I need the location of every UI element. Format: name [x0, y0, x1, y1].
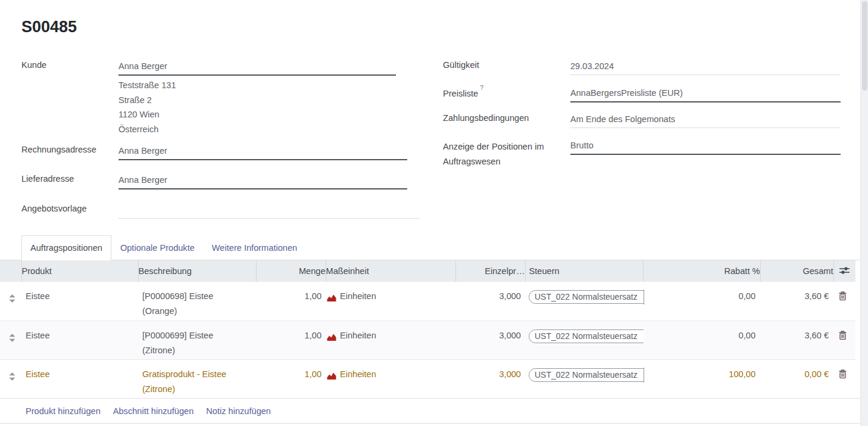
cell-beschreibung[interactable]: [P0000699] Eistee (Zitrone): [138, 321, 256, 359]
trash-icon: [838, 330, 847, 345]
cell-rabatt[interactable]: 0,00: [643, 321, 760, 359]
address-line: Straße 2: [118, 93, 176, 108]
sort-arrows-icon: [9, 371, 15, 385]
preisliste-label: Preisliste?: [443, 87, 483, 98]
vertical-scrollbar[interactable]: [860, 0, 868, 426]
col-steuern[interactable]: Steuern: [525, 260, 643, 282]
cell-menge[interactable]: 1,00: [256, 282, 326, 321]
col-beschreibung[interactable]: Beschreibung: [138, 260, 256, 282]
cell-menge[interactable]: 1,00: [256, 359, 326, 398]
table-header-row: Produkt Beschreibung Menge Maßeinheit Ei…: [0, 260, 855, 282]
area-chart-icon: [327, 292, 336, 307]
cell-beschreibung[interactable]: Gratisprodukt - Eistee (Zitrone): [138, 359, 256, 398]
delete-line-button[interactable]: [833, 359, 855, 398]
add-note-link[interactable]: Notiz hinzufügen: [206, 406, 271, 416]
tab-auftragspositionen[interactable]: Auftragspositionen: [21, 235, 111, 260]
cell-rabatt[interactable]: 100,00: [643, 359, 760, 398]
lieferadresse-underline: [118, 188, 407, 189]
cell-produkt[interactable]: Eistee: [21, 321, 138, 359]
area-chart-icon: [327, 370, 336, 385]
gueltigkeit-input[interactable]: 29.03.2024: [570, 61, 614, 71]
cell-steuern[interactable]: UST_022 Normalsteuersatz: [525, 359, 643, 398]
col-rabatt[interactable]: Rabatt %: [643, 260, 760, 282]
rechnungsadresse-input[interactable]: Anna Berger: [118, 146, 167, 156]
col-gesamt[interactable]: Gesamt: [760, 260, 833, 282]
sort-arrows-icon: [9, 332, 15, 347]
kunde-underline: [118, 74, 396, 76]
cell-menge[interactable]: 1,00: [256, 321, 326, 359]
trash-icon: [838, 369, 847, 384]
angebotsvorlage-label: Angebotsvorlage: [21, 204, 87, 213]
address-line: Österreich: [118, 122, 176, 137]
cell-einzelpreis[interactable]: 3,000: [455, 282, 525, 321]
order-line-row: Eistee [P0000698] Eistee (Orange) 1,00 E…: [0, 282, 855, 321]
bottom-divider: [0, 423, 860, 424]
order-line-row: Eistee [P0000699] Eistee (Zitrone) 1,00 …: [0, 321, 855, 359]
cell-steuern[interactable]: UST_022 Normalsteuersatz: [525, 321, 643, 359]
delete-line-button[interactable]: [833, 321, 855, 359]
notebook-tabs: Auftragspositionen Optionale Produkte We…: [0, 235, 860, 260]
page-title: S00485: [21, 18, 77, 36]
gueltigkeit-label: Gültigkeit: [443, 60, 479, 70]
kunde-address: Teststraße 131 Straße 2 1120 Wien Österr…: [118, 78, 176, 136]
zahlungsbedingungen-underline: [570, 128, 841, 128]
scrollbar-thumb[interactable]: [862, 1, 867, 91]
cell-gesamt: 0,00 €: [760, 359, 833, 398]
area-chart-icon: [327, 331, 336, 346]
col-masseinheit[interactable]: Maßeinheit: [326, 260, 455, 282]
lieferadresse-input[interactable]: Anna Berger: [118, 175, 167, 185]
cell-masseinheit[interactable]: Einheiten: [326, 321, 455, 359]
sort-arrows-icon: [9, 293, 15, 307]
col-produkt[interactable]: Produkt: [21, 260, 138, 282]
order-lines-table: Produkt Beschreibung Menge Maßeinheit Ei…: [0, 260, 855, 399]
gueltigkeit-underline: [570, 74, 841, 75]
handle-column-header: [0, 260, 21, 282]
cell-gesamt: 3,60 €: [760, 282, 833, 321]
anzeige-positionen-underline: [570, 154, 841, 155]
order-line-row-free-product: Eistee Gratisprodukt - Eistee (Zitrone) …: [0, 359, 855, 398]
zahlungsbedingungen-label: Zahlungsbedingungen: [443, 113, 529, 123]
address-line: 1120 Wien: [118, 107, 176, 122]
adjust-sliders-icon: [839, 266, 850, 277]
anzeige-positionen-label: Anzeige der Positionen im Auftragswesen: [443, 139, 554, 169]
rechnungsadresse-label: Rechnungsadresse: [21, 145, 96, 154]
preisliste-input[interactable]: AnnaBergersPreisliste (EUR): [570, 88, 683, 98]
anzeige-positionen-input[interactable]: Brutto: [570, 141, 594, 150]
list-footer: Produkt hinzufügen Abschnitt hinzufügen …: [0, 398, 860, 424]
trash-icon: [838, 291, 847, 306]
rechnungsadresse-underline: [118, 159, 407, 160]
preisliste-underline: [570, 101, 841, 102]
kunde-input[interactable]: Anna Berger: [118, 61, 167, 71]
col-einzelpreis[interactable]: Einzelpr…: [455, 260, 525, 282]
optional-columns-button[interactable]: [833, 260, 855, 282]
tab-weitere-informationen[interactable]: Weitere Informationen: [204, 235, 305, 260]
cell-produkt[interactable]: Eistee: [21, 359, 138, 398]
col-menge[interactable]: Menge: [256, 260, 326, 282]
delete-line-button[interactable]: [833, 282, 855, 321]
drag-handle[interactable]: [0, 321, 21, 359]
tax-tag[interactable]: UST_022 Normalsteuersatz: [529, 329, 644, 344]
cell-beschreibung[interactable]: [P0000698] Eistee (Orange): [138, 282, 256, 321]
cell-masseinheit[interactable]: Einheiten: [326, 359, 455, 398]
sales-order-form: S00485 Kunde Anna Berger Teststraße 131 …: [0, 0, 868, 426]
drag-handle[interactable]: [0, 282, 21, 321]
add-section-link[interactable]: Abschnitt hinzufügen: [113, 406, 194, 416]
tax-tag[interactable]: UST_022 Normalsteuersatz: [529, 368, 644, 383]
kunde-label: Kunde: [21, 60, 46, 70]
cell-produkt[interactable]: Eistee: [21, 282, 138, 321]
lieferadresse-label: Lieferadresse: [21, 174, 74, 184]
angebotsvorlage-underline: [118, 218, 420, 219]
help-icon: ?: [480, 84, 483, 91]
cell-gesamt: 3,60 €: [760, 321, 833, 359]
cell-einzelpreis[interactable]: 3,000: [455, 359, 525, 398]
tab-optionale-produkte[interactable]: Optionale Produkte: [112, 235, 203, 260]
tax-tag[interactable]: UST_022 Normalsteuersatz: [529, 290, 644, 304]
cell-rabatt[interactable]: 0,00: [643, 282, 760, 321]
add-product-link[interactable]: Produkt hinzufügen: [26, 406, 101, 416]
address-line: Teststraße 131: [118, 78, 176, 93]
cell-masseinheit[interactable]: Einheiten: [326, 282, 455, 321]
zahlungsbedingungen-input[interactable]: Am Ende des Folgemonats: [570, 114, 675, 124]
cell-einzelpreis[interactable]: 3,000: [455, 321, 525, 359]
cell-steuern[interactable]: UST_022 Normalsteuersatz: [525, 282, 643, 321]
drag-handle[interactable]: [0, 359, 21, 398]
